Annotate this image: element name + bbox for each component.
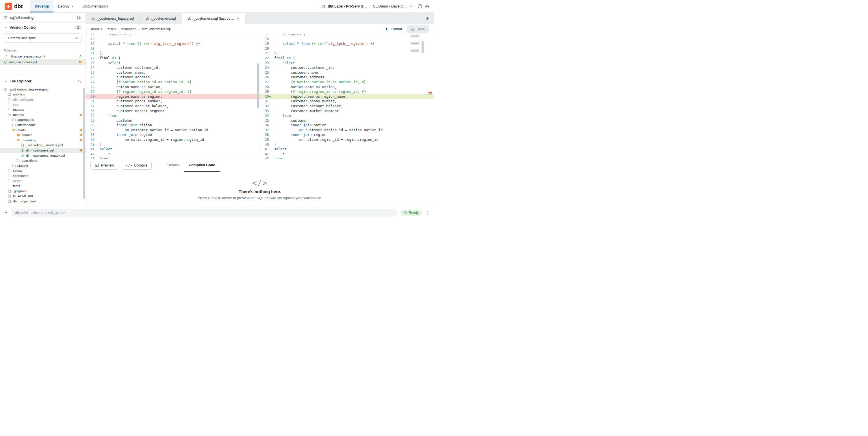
code-text: from: [97, 113, 117, 118]
folder-icon: [8, 179, 11, 182]
tree-item[interactable]: macros: [0, 107, 86, 112]
dbt-logo: dbt: [5, 0, 23, 12]
tab-results[interactable]: Results: [163, 159, 184, 172]
tree-item[interactable]: dbt_project.yml: [0, 199, 86, 204]
chevron-down-icon[interactable]: [409, 5, 413, 8]
tree-item[interactable]: financeM: [0, 133, 86, 138]
tree-item[interactable]: intermediate: [0, 122, 86, 127]
nav-label: Documentation: [83, 4, 108, 8]
editor-tab[interactable]: dim_customers.sql: [140, 13, 182, 24]
code-text: ): [97, 142, 102, 147]
diff-sign: +: [269, 94, 272, 99]
tree-item-label: dbt_project.yml: [13, 200, 35, 203]
tree-item[interactable]: marketingM: [0, 138, 86, 143]
minimap[interactable]: [411, 35, 419, 52]
tree-item-label: dim_customers_legacy.sql: [26, 154, 65, 157]
branch-name[interactable]: sqlfluff-meeting: [10, 16, 33, 20]
diff-sign: [94, 137, 97, 142]
tree-item[interactable]: martsM: [0, 127, 86, 133]
tree-item-label: analysis: [13, 92, 25, 96]
breadcrumb-item[interactable]: models: [91, 27, 102, 31]
change-row[interactable]: _finance_exposures.ymlA: [0, 54, 86, 59]
version-control-header[interactable]: Version Control 2: [0, 23, 86, 32]
compile-button[interactable]: </> Compile: [122, 161, 152, 170]
tree-item[interactable]: dim_customers_legacy.sql: [0, 153, 86, 158]
save-button[interactable]: Save: [407, 25, 429, 33]
code-line: 22final as (: [86, 56, 260, 61]
chevron-down-icon[interactable]: [75, 36, 78, 40]
nav-item-deploy[interactable]: Deploy: [54, 0, 78, 12]
account-name[interactable]: dbt Labs - ProServ S…: [328, 4, 367, 8]
tree-item[interactable]: dim_customers.sqlM: [0, 148, 86, 153]
code-line: 40): [86, 142, 260, 147]
line-number: 18: [260, 37, 269, 41]
tree-item[interactable]: analysis: [0, 92, 86, 97]
tree-item[interactable]: snapshots: [0, 173, 86, 178]
tree-item[interactable]: modelsM: [0, 112, 86, 117]
tree-item[interactable]: README.md: [0, 194, 86, 199]
code-line: 28 nation.name as nation,: [86, 85, 260, 90]
code-line: 19 select * from {{ ref('stg_tpch__regio…: [86, 41, 260, 46]
tree-item[interactable]: rapid-onboarding-exemplar: [0, 87, 86, 92]
chevron-up-icon[interactable]: [4, 211, 8, 215]
tree-item[interactable]: operations: [0, 158, 86, 163]
nav-item-develop[interactable]: Develop: [30, 0, 54, 12]
format-button[interactable]: Format: [384, 27, 402, 31]
editor-tab[interactable]: dim_customers_legacy.sql: [86, 13, 140, 24]
tree-item[interactable]: logs: [0, 102, 86, 107]
left-pane-scrollbar[interactable]: [257, 63, 259, 108]
line-number: 21: [260, 51, 269, 56]
command-input[interactable]: [11, 209, 397, 216]
diff-pane-right[interactable]: 17 region as (1819 select * from {{ ref(…: [260, 34, 434, 159]
tree-item[interactable]: _marketing__models.yml: [0, 143, 86, 148]
close-icon[interactable]: ×: [237, 17, 239, 21]
breadcrumb-item[interactable]: marts: [107, 27, 116, 31]
diff-pane-left[interactable]: 17 region as (1819 select * from {{ ref(…: [86, 34, 260, 159]
line-number: 34: [260, 113, 269, 118]
file-tree: rapid-onboarding-exemplaranalysisdbt_pac…: [0, 86, 86, 207]
tab-compiled-code[interactable]: Compiled Code: [184, 159, 220, 172]
diff-editor[interactable]: 17 region as (1819 select * from {{ ref(…: [86, 34, 434, 159]
tree-item[interactable]: aggregates: [0, 117, 86, 123]
tree-item[interactable]: tests: [0, 183, 86, 188]
breadcrumb-item[interactable]: dim_customers.sql: [142, 27, 170, 31]
tree-item[interactable]: dbt_packages: [0, 97, 86, 102]
diff-sign: [94, 142, 97, 147]
commit-and-sync-button[interactable]: Commit and sync: [4, 33, 82, 43]
tree-item[interactable]: .gitignore: [0, 188, 86, 194]
new-tab-button[interactable]: +: [421, 13, 434, 24]
code-text: customer.customer_id,: [97, 65, 160, 70]
tree-item[interactable]: target: [0, 178, 86, 183]
change-row[interactable]: dim_customers.sqlM: [0, 59, 86, 65]
main-area: dim_customers_legacy.sqldim_customers.sq…: [86, 13, 434, 207]
status-badge: Ready: [400, 210, 422, 216]
tree-item-label: .gitignore: [13, 190, 27, 193]
docs-book-icon[interactable]: [77, 15, 82, 20]
diff-sign: [269, 128, 272, 133]
breadcrumb-item[interactable]: marketing: [121, 27, 137, 31]
nav-item-documentation[interactable]: Documentation: [78, 0, 112, 12]
sidebar-scrollbar[interactable]: [83, 88, 85, 199]
editor-tab[interactable]: dim_customers.sql (last co…×: [182, 13, 246, 24]
tree-item[interactable]: staging: [0, 163, 86, 168]
tab-label: dim_customers.sql: [146, 17, 176, 21]
help-icon[interactable]: ?: [417, 4, 422, 9]
code-text: on nation.region_id = region.region_id: [272, 137, 378, 142]
code-line: 38 inner join region: [260, 133, 434, 137]
line-number: 38: [86, 133, 94, 137]
tree-item-label: aggregates: [17, 118, 34, 121]
project-name[interactable]: SL Demo - Dave C…: [373, 4, 407, 8]
preview-button[interactable]: Preview: [90, 161, 118, 170]
folder-icon: [17, 133, 20, 137]
right-pane-scrollbar[interactable]: [422, 41, 424, 54]
diff-sign: [269, 152, 272, 157]
line-number: 36: [260, 123, 269, 128]
file-explorer-header[interactable]: File Explorer: [0, 76, 86, 86]
code-text: nation.name as nation,: [97, 85, 162, 90]
kebab-menu-icon[interactable]: ⋮: [426, 210, 430, 215]
tree-item[interactable]: seeds: [0, 168, 86, 173]
tree-item-label: marketing: [22, 139, 36, 142]
code-text: customer.name,: [97, 70, 146, 75]
gear-icon[interactable]: [425, 4, 429, 9]
search-icon[interactable]: [78, 79, 82, 83]
